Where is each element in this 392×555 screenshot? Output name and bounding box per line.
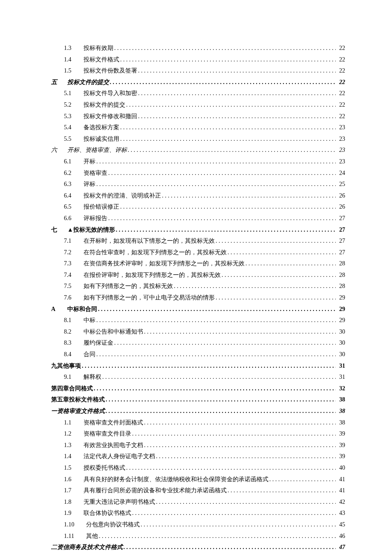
toc-page-number: 29 — [336, 315, 345, 326]
toc-page-number: 22 — [336, 65, 345, 77]
toc-number: 7.1 — [64, 235, 84, 247]
toc-entry: 6.1开标23 — [51, 156, 345, 168]
toc-label: ▲投标无效的情形 — [67, 224, 115, 236]
toc-number: 5.3 — [64, 111, 84, 122]
toc-leader-dots — [215, 235, 336, 247]
toc-number: 1.3 — [64, 440, 84, 451]
toc-leader-dots — [113, 337, 336, 349]
toc-label: 投标文件格式 — [84, 54, 119, 66]
toc-page-number: 28 — [336, 258, 345, 270]
toc-leader-dots — [227, 247, 336, 259]
toc-leader-dots — [125, 462, 336, 474]
toc-leader-dots — [93, 383, 336, 395]
toc-page-number: 41 — [336, 474, 345, 485]
toc-entry: 5.2投标文件的提交22 — [51, 99, 345, 111]
toc-entry: 第五章投标文件格式38 — [51, 394, 345, 406]
toc-number: 七 — [51, 224, 67, 236]
toc-label: 备选投标方案 — [84, 122, 119, 134]
toc-entry: 7.4在报价评审时，如发现下列情形之一的，其投标无效28 — [51, 270, 345, 281]
toc-label: 具有良好的财务会计制度、依法缴纳税收和社会保障资金的承诺函格式 — [84, 474, 268, 485]
toc-number: A — [51, 304, 67, 315]
toc-page-number: 46 — [336, 531, 345, 542]
toc-page-number: 22 — [336, 54, 345, 66]
toc-label: 开标、资格审查、评标 — [67, 145, 127, 156]
toc-label: 资格审查文件目录 — [84, 428, 131, 440]
toc-number: 1.10 — [64, 519, 86, 531]
toc-number: 5.5 — [64, 134, 84, 145]
toc-label: 履约保证金 — [84, 337, 113, 349]
toc-entry: 5.5投标诚实信用23 — [51, 134, 345, 145]
toc-label: 投标文件修改和撤回 — [84, 111, 137, 122]
toc-number: 5.4 — [64, 122, 84, 134]
toc-entry: 8.4合同30 — [51, 349, 345, 360]
toc-number: 1.5 — [64, 462, 84, 474]
toc-label: 投标文件份数及签署 — [84, 65, 137, 77]
toc-entry: 1.6具有良好的财务会计制度、依法缴纳税收和社会保障资金的承诺函格式41 — [51, 474, 345, 485]
toc-leader-dots — [119, 54, 336, 66]
toc-number: 6.6 — [64, 213, 84, 224]
toc-label: 如有下列情形之一的，其投标无效 — [84, 281, 173, 292]
toc-leader-dots — [127, 145, 336, 156]
toc-number: 五 — [51, 77, 67, 88]
toc-entry: 五投标文件的提交22 — [51, 77, 345, 88]
toc-label: 具有履行合同所必需的设备和专业技术能力承诺函格式 — [84, 485, 227, 497]
toc-entry: 5.1投标文件导入和加密22 — [51, 88, 345, 99]
toc-label: 资格审查文件封面格式 — [84, 417, 143, 429]
toc-leader-dots — [221, 270, 336, 281]
table-of-contents: 1.3投标有效期221.4投标文件格式221.5投标文件份数及签署22五投标文件… — [51, 43, 345, 555]
toc-entry: 1.3投标有效期22 — [51, 43, 345, 54]
toc-leader-dots — [137, 88, 336, 99]
toc-page-number: 38 — [336, 394, 345, 406]
toc-leader-dots — [105, 406, 336, 417]
toc-entry: 6.6评标报告27 — [51, 213, 345, 224]
toc-label: 九其他事项 — [51, 360, 81, 372]
toc-page-number: 38 — [336, 406, 345, 417]
toc-entry: 1.10分包意向协议书格式45 — [51, 519, 345, 531]
toc-entry: 9.1解释权31 — [51, 372, 345, 383]
toc-leader-dots — [105, 394, 336, 406]
toc-leader-dots — [98, 531, 336, 542]
toc-leader-dots — [143, 326, 336, 338]
toc-entry: 1.3有效营业执照电子文档39 — [51, 440, 345, 451]
toc-entry: 六开标、资格审查、评标23 — [51, 145, 345, 156]
toc-page-number: 28 — [336, 270, 345, 281]
toc-page-number: 41 — [336, 485, 345, 497]
toc-leader-dots — [119, 134, 336, 145]
toc-number: 8.3 — [64, 337, 84, 349]
toc-leader-dots — [268, 474, 336, 485]
toc-leader-dots — [155, 497, 336, 508]
toc-leader-dots — [215, 292, 336, 304]
toc-label: 中标和合同 — [67, 304, 97, 315]
toc-page-number: 29 — [336, 304, 345, 315]
toc-label: 投标诚实信用 — [84, 134, 119, 145]
toc-number: 8.2 — [64, 326, 84, 338]
toc-label: 在开标时，如发现有以下情形之一的，其投标无效 — [84, 235, 215, 247]
toc-page-number: 22 — [336, 88, 345, 99]
toc-leader-dots — [97, 304, 336, 315]
toc-entry: 7.6如有下列情形之一的，可中止电子交易活动的情形29 — [51, 292, 345, 304]
toc-label: 在符合性审查时，如发现下列情形之一的，其投标无效 — [84, 247, 227, 259]
toc-page-number: 29 — [336, 292, 345, 304]
toc-number: 5.2 — [64, 99, 84, 111]
toc-number: 7.6 — [64, 292, 84, 304]
toc-leader-dots — [119, 122, 336, 134]
toc-label: 投标有效期 — [84, 43, 113, 54]
toc-entry: 1.4法定代表人身份证电子文档39 — [51, 451, 345, 462]
toc-entry: 1.1资格审查文件封面格式38 — [51, 417, 345, 429]
toc-label: 法定代表人身份证电子文档 — [84, 451, 155, 462]
toc-entry: 二资信商务及技术文件格式47 — [51, 542, 345, 553]
toc-entry: 1.4投标文件格式22 — [51, 54, 345, 66]
toc-leader-dots — [95, 179, 336, 190]
toc-page-number: 23 — [336, 156, 345, 168]
toc-label: 有效营业执照电子文档 — [84, 440, 143, 451]
toc-page-number: 32 — [336, 383, 345, 395]
toc-page-number: 45 — [336, 519, 345, 531]
toc-number: 1.2 — [64, 428, 84, 440]
toc-leader-dots — [137, 111, 336, 122]
toc-leader-dots — [131, 428, 336, 440]
toc-leader-dots — [131, 508, 336, 519]
toc-entry: 1.11其他46 — [51, 531, 345, 542]
toc-label: 评标报告 — [84, 213, 107, 224]
toc-leader-dots — [137, 65, 336, 77]
toc-entry: 1.7具有履行合同所必需的设备和专业技术能力承诺函格式41 — [51, 485, 345, 497]
